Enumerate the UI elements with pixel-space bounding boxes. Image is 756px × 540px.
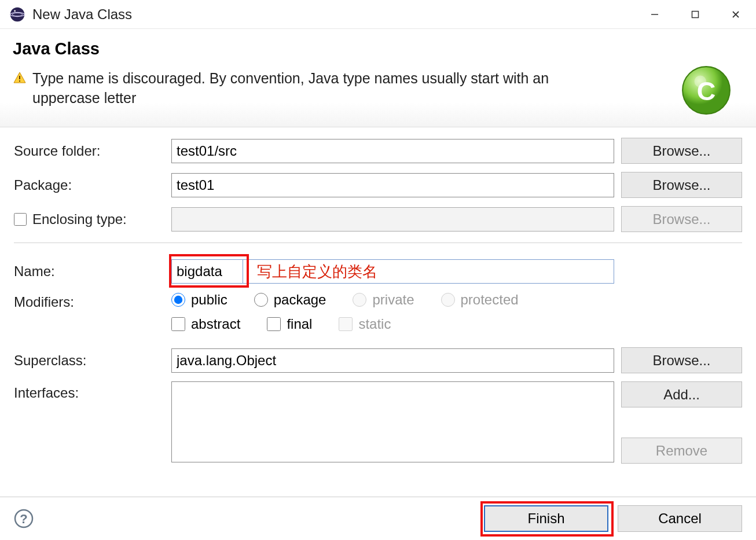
source-folder-browse-button[interactable]: Browse...: [621, 138, 742, 164]
window-title: New Java Class: [32, 6, 634, 23]
interfaces-label: Interfaces:: [14, 381, 164, 401]
superclass-browse-button[interactable]: Browse...: [621, 347, 742, 373]
svg-text:C: C: [697, 76, 715, 106]
modifier-package[interactable]: package: [254, 292, 326, 308]
package-browse-button[interactable]: Browse...: [621, 172, 742, 198]
warning-icon: [13, 71, 27, 85]
interfaces-remove-button: Remove: [621, 438, 742, 464]
enclosing-type-browse-button: Browse...: [621, 206, 742, 232]
package-label: Package:: [14, 177, 164, 193]
interfaces-list[interactable]: [171, 381, 614, 462]
source-folder-input[interactable]: [171, 139, 614, 163]
enclosing-type-label: Enclosing type:: [14, 211, 164, 227]
modifiers-label: Modifiers:: [14, 292, 164, 310]
dialog-heading: Java Class: [13, 39, 743, 58]
modifier-protected: protected: [441, 292, 519, 308]
svg-rect-9: [19, 80, 20, 82]
source-folder-label: Source folder:: [14, 143, 164, 159]
package-input[interactable]: [171, 173, 614, 197]
maximize-button[interactable]: [675, 0, 715, 28]
minimize-button[interactable]: [634, 0, 675, 28]
modifier-public[interactable]: public: [171, 292, 227, 308]
dialog-footer: ? Finish Cancel: [0, 497, 756, 540]
enclosing-type-checkbox[interactable]: [14, 213, 27, 226]
name-annotation: 写上自定义的类名: [243, 259, 614, 284]
superclass-input[interactable]: [171, 348, 614, 373]
finish-button[interactable]: Finish: [484, 505, 608, 532]
close-button[interactable]: [715, 0, 756, 28]
svg-point-3: [14, 10, 16, 12]
modifier-abstract[interactable]: abstract: [171, 316, 240, 332]
form-area: Source folder: Browse... Package: Browse…: [0, 127, 756, 464]
eclipse-icon: [9, 6, 25, 23]
separator: [14, 243, 742, 243]
svg-rect-5: [692, 11, 699, 17]
modifier-final[interactable]: final: [267, 316, 312, 332]
class-badge-icon: C: [680, 64, 733, 117]
svg-rect-8: [19, 76, 20, 79]
superclass-label: Superclass:: [14, 352, 164, 369]
window-controls: [634, 0, 756, 28]
dialog-header: Java Class Type name is discouraged. By …: [0, 29, 756, 127]
modifier-private: private: [353, 292, 414, 308]
svg-text:?: ?: [20, 512, 27, 526]
enclosing-type-label-text: Enclosing type:: [32, 211, 127, 227]
warning-text: Type name is discouraged. By convention,…: [32, 69, 592, 108]
help-icon[interactable]: ?: [14, 509, 34, 528]
interfaces-add-button[interactable]: Add...: [621, 381, 742, 407]
cancel-button[interactable]: Cancel: [618, 505, 742, 532]
name-label: Name:: [14, 263, 164, 280]
enclosing-type-input: [171, 207, 614, 232]
titlebar: New Java Class: [0, 0, 756, 29]
name-input[interactable]: [171, 259, 243, 284]
modifier-static: static: [339, 316, 391, 332]
